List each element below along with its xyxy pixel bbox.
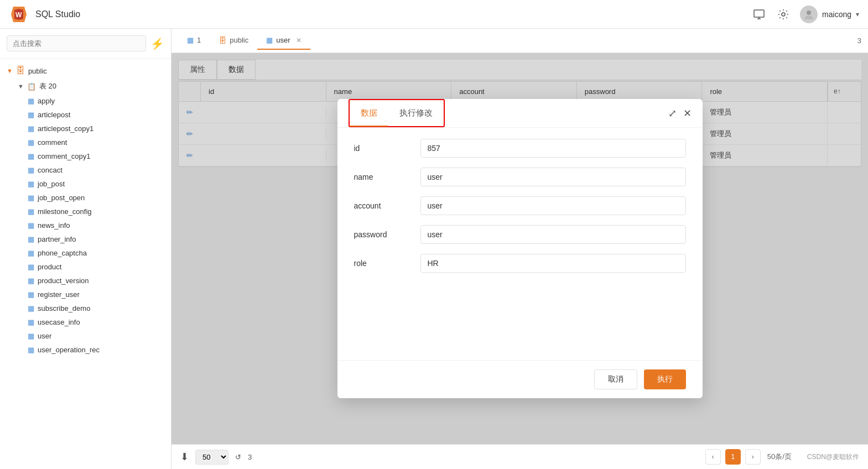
field-input-role[interactable] — [420, 254, 686, 273]
db-icon: 🗄 — [16, 66, 25, 76]
refresh-icon[interactable]: ⚡ — [150, 37, 164, 50]
sidebar-item-comment-copy1[interactable]: ▦ comment_copy1 — [0, 149, 171, 163]
sidebar-item-label: milestone_config — [38, 207, 92, 216]
sidebar-search-bar: ⚡ — [0, 29, 171, 59]
caret-icon: ▼ — [7, 67, 13, 74]
field-input-password[interactable] — [420, 225, 686, 244]
tab-1[interactable]: ▦ 1 — [178, 32, 210, 50]
sidebar-item-articlepost[interactable]: ▦ articlepost — [0, 108, 171, 122]
sidebar-item-label: comment — [38, 138, 67, 147]
sidebar-tree: ▼ 🗄 public ▼ 📋 表 20 ▦ apply ▦ articlepos… — [0, 59, 171, 469]
search-input[interactable] — [7, 35, 146, 51]
svg-rect-2 — [754, 10, 764, 17]
sidebar-item-product[interactable]: ▦ product — [0, 260, 171, 274]
modal-tab-execute[interactable]: 执行修改 — [388, 100, 444, 126]
sidebar-item-partner-info[interactable]: ▦ partner_info — [0, 232, 171, 246]
sidebar-item-register-user[interactable]: ▦ register_user — [0, 288, 171, 301]
tab-table-icon: ▦ — [266, 36, 273, 44]
current-page-button[interactable]: 1 — [725, 449, 741, 465]
sidebar-item-milestone-config[interactable]: ▦ milestone_config — [0, 205, 171, 218]
avatar — [800, 6, 818, 23]
field-label-id: id — [354, 144, 420, 153]
sidebar-item-label: articlepost — [38, 111, 70, 119]
sidebar-item-concact[interactable]: ▦ concact — [0, 163, 171, 177]
per-page-label: 50条/页 — [767, 452, 792, 462]
sidebar-item-label: articlepost_copy1 — [38, 124, 93, 133]
sidebar-item-label: subscribe_demo — [38, 304, 90, 312]
cancel-button[interactable]: 取消 — [594, 369, 637, 389]
sidebar-item-tables-folder[interactable]: ▼ 📋 表 20 — [0, 79, 171, 94]
sidebar-item-phone-captcha[interactable]: ▦ phone_captcha — [0, 246, 171, 260]
refresh-count-icon[interactable]: ↺ — [235, 453, 241, 461]
table-icon: ▦ — [28, 263, 34, 271]
bottom-bar: ⬇ 50 10 20 100 ↺ 3 ‹ 1 › 50条/页 CSDN@麦聪软件 — [171, 444, 868, 469]
sidebar-item-label: product_version — [38, 277, 89, 285]
field-label-password: password — [354, 230, 420, 239]
screen-icon[interactable] — [751, 7, 767, 22]
sidebar-item-user-operation-rec[interactable]: ▦ user_operation_rec — [0, 343, 171, 357]
sidebar-item-label: news_info — [38, 221, 70, 230]
download-icon[interactable]: ⬇ — [180, 451, 189, 463]
chevron-down-icon: ▾ — [856, 11, 859, 18]
field-input-id[interactable] — [420, 139, 686, 158]
sidebar-item-public[interactable]: ▼ 🗄 public — [0, 63, 171, 79]
sidebar-item-label: product — [38, 263, 61, 271]
sidebar-item-user[interactable]: ▦ user — [0, 329, 171, 343]
sidebar-item-comment[interactable]: ▦ comment — [0, 136, 171, 149]
svg-point-6 — [807, 11, 811, 15]
sidebar-item-news-info[interactable]: ▦ news_info — [0, 218, 171, 232]
table-icon: ▦ — [28, 277, 34, 285]
sidebar-item-label: partner_info — [38, 235, 76, 243]
modal-tab-group: 数据 执行修改 — [349, 99, 445, 127]
sidebar-item-articlepost-copy1[interactable]: ▦ articlepost_copy1 — [0, 122, 171, 136]
tab-label: public — [230, 36, 248, 44]
table-icon: ▦ — [28, 249, 34, 257]
tab-close-icon[interactable]: ✕ — [296, 37, 302, 44]
execute-button[interactable]: 执行 — [644, 369, 686, 389]
tabs-right-count: 3 — [857, 37, 861, 45]
field-input-account[interactable] — [420, 196, 686, 215]
folder-icon: 📋 — [27, 82, 36, 91]
sidebar-item-apply[interactable]: ▦ apply — [0, 94, 171, 108]
field-label-role: role — [354, 259, 420, 268]
modal-tab-data[interactable]: 数据 — [350, 100, 388, 126]
table-icon: ▦ — [28, 235, 34, 243]
user-area[interactable]: maicong ▾ — [800, 6, 859, 23]
svg-point-5 — [782, 13, 785, 16]
close-icon[interactable]: ✕ — [683, 108, 692, 118]
app-title: SQL Studio — [35, 9, 80, 19]
sidebar-item-usecase-info[interactable]: ▦ usecase_info — [0, 315, 171, 329]
sidebar-item-product-version[interactable]: ▦ product_version — [0, 274, 171, 288]
table-icon: ▦ — [28, 318, 34, 326]
expand-icon[interactable]: ⤢ — [668, 108, 677, 118]
settings-icon[interactable] — [776, 7, 791, 22]
sidebar-item-label: job_post_open — [38, 194, 85, 202]
username: maicong — [822, 10, 851, 19]
sidebar-item-label: register_user — [38, 290, 80, 299]
refresh-count-label: 3 — [248, 453, 252, 461]
tab-public[interactable]: 🗄 public — [210, 32, 257, 50]
field-input-name[interactable] — [420, 168, 686, 186]
page-size-select[interactable]: 50 10 20 100 — [195, 450, 228, 465]
next-page-button[interactable]: › — [745, 449, 761, 465]
watermark-text: CSDN@麦聪软件 — [807, 452, 859, 462]
modal-tab-data-label: 数据 — [361, 108, 377, 117]
sidebar-item-job-post-open[interactable]: ▦ job_post_open — [0, 191, 171, 205]
sidebar-item-label: apply — [38, 97, 55, 105]
field-label-account: account — [354, 201, 420, 210]
edit-modal: 数据 执行修改 ⤢ ✕ — [337, 99, 703, 398]
modal-tab-execute-label: 执行修改 — [399, 108, 433, 117]
tab-db-icon: 🗄 — [219, 36, 226, 45]
form-row-name: name — [354, 168, 686, 186]
tab-user[interactable]: ▦ user ✕ — [257, 32, 310, 50]
table-icon: ▦ — [28, 194, 34, 202]
prev-page-button[interactable]: ‹ — [705, 449, 721, 465]
table-icon: ▦ — [28, 221, 34, 230]
sidebar-item-subscribe-demo[interactable]: ▦ subscribe_demo — [0, 301, 171, 315]
content-body: 属性 数据 id name account password role e↑ — [171, 53, 868, 444]
table-icon: ▦ — [28, 152, 34, 160]
table-icon: ▦ — [28, 290, 34, 299]
table-icon: ▦ — [28, 124, 34, 133]
modal-header-actions: ⤢ ✕ — [668, 108, 692, 118]
sidebar-item-job-post[interactable]: ▦ job_post — [0, 177, 171, 191]
